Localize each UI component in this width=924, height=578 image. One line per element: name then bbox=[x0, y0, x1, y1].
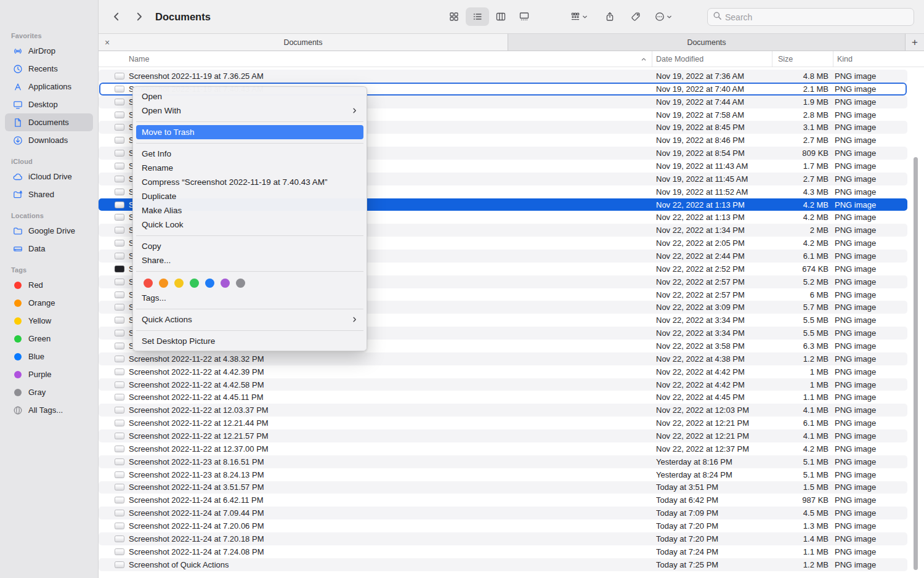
tab-documents-background[interactable]: Documents bbox=[508, 34, 906, 51]
group-by-button[interactable] bbox=[570, 7, 588, 26]
file-thumbnail-icon bbox=[115, 176, 124, 182]
menu-item-share[interactable]: Share... bbox=[133, 253, 367, 267]
tab-bar: × Documents Documents + bbox=[99, 34, 924, 51]
sidebar-item-red[interactable]: Red bbox=[5, 276, 93, 294]
new-tab-button[interactable]: + bbox=[906, 34, 924, 51]
file-kind: PNG image bbox=[829, 457, 907, 466]
file-row[interactable]: Screenshot 2022-11-23 at 8.16.51 PM Yest… bbox=[99, 455, 907, 468]
menu-item-copy[interactable]: Copy bbox=[133, 239, 367, 253]
menu-item-quick-actions[interactable]: Quick Actions bbox=[133, 312, 367, 327]
file-row[interactable]: Screenshot 2022-11-24 at 7.09.44 PM Toda… bbox=[99, 507, 907, 519]
sidebar-item-label: Orange bbox=[28, 298, 55, 307]
menu-item-set-desktop-picture[interactable]: Set Desktop Picture bbox=[133, 334, 367, 348]
file-kind: PNG image bbox=[829, 123, 907, 132]
file-row[interactable]: Screenshot 2022-11-22 at 4.45.11 PM Nov … bbox=[99, 391, 907, 404]
menu-item-open-with[interactable]: Open With bbox=[133, 104, 367, 118]
file-row[interactable]: Screenshot 2022-11-22 at 12.21.44 PM Nov… bbox=[99, 417, 907, 429]
file-kind: PNG image bbox=[829, 380, 907, 389]
sidebar-item-google-drive[interactable]: Google Drive bbox=[5, 222, 93, 240]
gallery-view-button[interactable] bbox=[513, 7, 536, 26]
list-view-button[interactable] bbox=[466, 7, 489, 26]
sidebar-item-orange[interactable]: Orange bbox=[5, 294, 93, 312]
sidebar-item-documents[interactable]: Documents bbox=[5, 113, 93, 131]
tag-color-yellow[interactable] bbox=[174, 279, 184, 288]
file-date-modified: Nov 22, 2022 at 3:09 PM bbox=[656, 303, 779, 312]
file-row[interactable]: Screenshot 2022-11-22 at 4.38.32 PM Nov … bbox=[99, 352, 907, 365]
sidebar-item-shared[interactable]: Shared bbox=[5, 185, 93, 203]
file-thumbnail-icon bbox=[115, 356, 124, 362]
sidebar-item-airdrop[interactable]: AirDrop bbox=[5, 42, 93, 60]
file-row[interactable]: Screenshot 2022-11-22 at 4.42.58 PM Nov … bbox=[99, 378, 907, 391]
file-row[interactable]: Screenshot 2022-11-24 at 7.24.08 PM Toda… bbox=[99, 545, 907, 558]
file-date-modified: Nov 22, 2022 at 4:42 PM bbox=[656, 380, 779, 389]
file-size: 4.3 MB bbox=[779, 187, 829, 197]
menu-item-get-info[interactable]: Get Info bbox=[133, 147, 367, 161]
sidebar-item-purple[interactable]: Purple bbox=[5, 365, 93, 383]
more-actions-button[interactable] bbox=[655, 7, 672, 26]
sidebar-item-label: Google Drive bbox=[28, 226, 75, 235]
tag-color-orange[interactable] bbox=[159, 279, 168, 288]
menu-item-rename[interactable]: Rename bbox=[133, 161, 367, 175]
search-input[interactable] bbox=[725, 12, 909, 22]
tab-documents-active[interactable]: × Documents bbox=[99, 34, 508, 51]
window-title: Documents bbox=[155, 11, 211, 23]
file-row[interactable]: Screenshot of Quick Actions Today at 7:2… bbox=[99, 558, 907, 571]
column-size[interactable]: Size bbox=[772, 51, 833, 67]
column-kind[interactable]: Kind bbox=[833, 51, 924, 67]
tag-color-green[interactable] bbox=[190, 279, 199, 288]
search-field[interactable] bbox=[707, 8, 914, 26]
file-row[interactable]: Screenshot 2022-11-24 at 3.51.57 PM Toda… bbox=[99, 481, 907, 494]
tag-color-red[interactable] bbox=[144, 279, 153, 288]
sidebar-item-desktop[interactable]: Desktop bbox=[5, 96, 93, 113]
file-row[interactable]: Screenshot 2022-11-19 at 7.36.25 AM Nov … bbox=[99, 70, 907, 83]
menu-item-compress-screenshot-2022-11-19-at-7-40-43-am[interactable]: Compress “Screenshot 2022-11-19 at 7.40.… bbox=[133, 175, 367, 189]
sidebar-item-yellow[interactable]: Yellow bbox=[5, 312, 93, 330]
file-size: 4.1 MB bbox=[779, 431, 829, 441]
menu-item-move-to-trash[interactable]: Move to Trash bbox=[136, 125, 363, 139]
file-row[interactable]: Screenshot 2022-11-22 at 12.21.57 PM Nov… bbox=[99, 429, 907, 442]
column-name[interactable]: Name bbox=[99, 51, 652, 67]
file-row[interactable]: Screenshot 2022-11-22 at 4.42.39 PM Nov … bbox=[99, 365, 907, 378]
forward-button[interactable] bbox=[134, 11, 145, 22]
file-kind: PNG image bbox=[829, 97, 907, 107]
sidebar-item-all-tags[interactable]: All Tags... bbox=[5, 401, 93, 419]
file-name: Screenshot 2022-11-22 at 12.21.44 PM bbox=[129, 418, 269, 428]
tag-color-purple[interactable] bbox=[221, 279, 230, 288]
file-size: 4.1 MB bbox=[779, 405, 829, 415]
file-date-modified: Nov 19, 2022 at 8:46 PM bbox=[656, 136, 779, 145]
sidebar-item-recents[interactable]: Recents bbox=[5, 60, 93, 78]
sidebar-item-gray[interactable]: Gray bbox=[5, 383, 93, 401]
column-view-button[interactable] bbox=[489, 7, 513, 26]
sidebar-item-green[interactable]: Green bbox=[5, 330, 93, 348]
close-tab-icon[interactable]: × bbox=[102, 38, 112, 47]
airdrop-icon bbox=[12, 46, 23, 57]
sidebar-item-data[interactable]: Data bbox=[5, 240, 93, 258]
file-kind: PNG image bbox=[829, 161, 907, 171]
column-date-modified[interactable]: Date Modified bbox=[652, 51, 772, 67]
sidebar-item-downloads[interactable]: Downloads bbox=[5, 131, 93, 149]
file-row[interactable]: Screenshot 2022-11-24 at 6.42.11 PM Toda… bbox=[99, 494, 907, 507]
menu-item-tags[interactable]: Tags... bbox=[133, 291, 367, 305]
file-row[interactable]: Screenshot 2022-11-24 at 7.20.06 PM Toda… bbox=[99, 519, 907, 532]
file-date-modified: Nov 22, 2022 at 12:21 PM bbox=[656, 418, 779, 428]
menu-item-duplicate[interactable]: Duplicate bbox=[133, 189, 367, 203]
menu-item-quick-look[interactable]: Quick Look bbox=[133, 218, 367, 232]
share-button[interactable] bbox=[605, 7, 615, 26]
tag-dot-icon bbox=[12, 369, 23, 380]
vertical-scrollbar[interactable] bbox=[914, 157, 918, 570]
tag-color-blue[interactable] bbox=[205, 279, 214, 288]
tags-button[interactable] bbox=[631, 7, 641, 26]
sidebar-item-icloud-drive[interactable]: iCloud Drive bbox=[5, 168, 93, 185]
file-row[interactable]: Screenshot 2022-11-22 at 12.03.37 PM Nov… bbox=[99, 404, 907, 417]
menu-item-open[interactable]: Open bbox=[133, 89, 367, 104]
menu-item-make-alias[interactable]: Make Alias bbox=[133, 203, 367, 218]
file-row[interactable]: Screenshot 2022-11-24 at 7.20.18 PM Toda… bbox=[99, 532, 907, 545]
icon-view-button[interactable] bbox=[442, 7, 466, 26]
sidebar-item-applications[interactable]: Applications bbox=[5, 78, 93, 96]
file-row[interactable]: Screenshot 2022-11-23 at 8.24.13 PM Yest… bbox=[99, 468, 907, 481]
file-thumbnail-icon bbox=[115, 471, 124, 478]
tag-color-gray[interactable] bbox=[236, 279, 245, 288]
sidebar-item-blue[interactable]: Blue bbox=[5, 348, 93, 365]
file-row[interactable]: Screenshot 2022-11-22 at 12.37.00 PM Nov… bbox=[99, 442, 907, 455]
back-button[interactable] bbox=[111, 11, 122, 22]
